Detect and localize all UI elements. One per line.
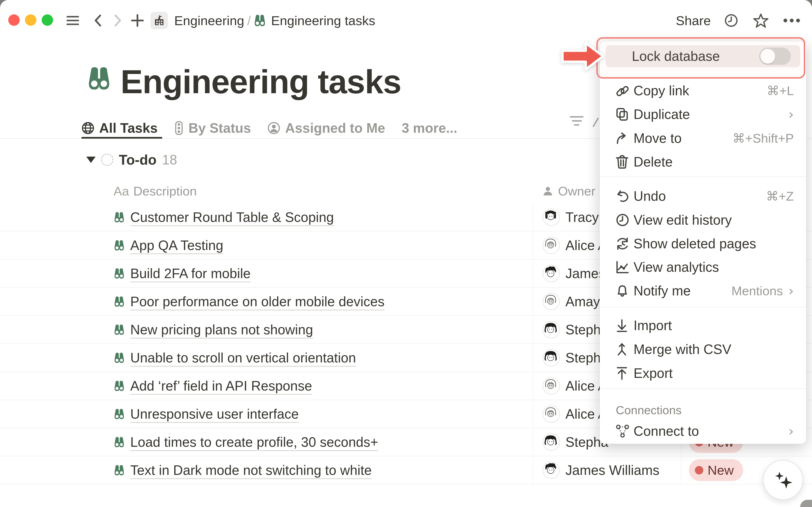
avatar <box>543 434 560 451</box>
todo-status-icon <box>101 154 113 166</box>
share-button[interactable]: Share <box>676 13 711 28</box>
merge-icon <box>616 343 628 356</box>
duplicate-icon <box>616 108 629 121</box>
favorite-star-icon[interactable] <box>753 13 769 28</box>
analytics-icon <box>616 260 629 274</box>
shortcut: ⌘+Z <box>766 189 794 204</box>
menu-item-undo[interactable]: Undo ⌘+Z <box>600 184 806 208</box>
avatar <box>543 405 560 423</box>
person-icon <box>542 185 554 197</box>
hamburger-menu-icon[interactable] <box>66 13 79 28</box>
menu-item-connect-to[interactable]: Connect to › <box>600 419 806 443</box>
menu-divider <box>600 307 806 307</box>
task-title[interactable]: Add ‘ref’ field in API Response <box>130 378 312 394</box>
group-name[interactable]: To-do <box>119 152 157 168</box>
menu-item-show-deleted-pages[interactable]: Show deleted pages <box>600 232 806 256</box>
breadcrumb-page[interactable]: Engineering tasks <box>271 13 375 28</box>
page-options-menu: Lock database Copy link ⌘+L Duplicate › … <box>600 42 806 444</box>
notion-window: Engineering / Engineering tasks Share En… <box>0 0 812 507</box>
status-cell[interactable]: New <box>689 456 743 484</box>
page-title[interactable]: Engineering tasks <box>120 63 401 101</box>
status-dot-icon <box>695 466 703 474</box>
menu-item-notify-me[interactable]: Notify me Mentions› <box>600 279 806 303</box>
column-header-owner[interactable]: Owner <box>542 179 595 203</box>
menu-divider <box>600 176 806 177</box>
binoculars-icon <box>113 436 125 448</box>
binoculars-icon <box>253 13 267 28</box>
avatar <box>543 461 560 479</box>
shortcut: ⌘+Shift+P <box>733 131 794 146</box>
task-title[interactable]: Poor performance on older mobile devices <box>130 294 384 309</box>
minimize-window-button[interactable] <box>25 14 36 26</box>
menu-item-view-analytics[interactable]: View analytics <box>600 255 806 279</box>
menu-item-move-to[interactable]: Move to ⌘+Shift+P <box>600 126 806 150</box>
bell-icon <box>616 284 629 298</box>
menu-item-duplicate[interactable]: Duplicate › <box>600 103 806 126</box>
traffic-light-icon <box>174 121 184 135</box>
chevron-right-icon: › <box>788 423 794 439</box>
window-titlebar: Engineering / Engineering tasks Share <box>0 0 812 36</box>
avatar <box>543 293 560 310</box>
notify-value: Mentions <box>732 284 783 298</box>
binoculars-icon <box>113 211 125 223</box>
task-title[interactable]: New pricing plans not showing <box>130 322 313 338</box>
task-title[interactable]: Build 2FA for mobile <box>130 266 251 281</box>
workspace-icon[interactable] <box>151 12 168 29</box>
menu-item-delete[interactable]: Delete <box>600 150 806 174</box>
avatar <box>543 321 560 338</box>
breadcrumb-separator: / <box>244 13 254 28</box>
export-icon <box>616 367 628 380</box>
collapse-triangle-icon[interactable] <box>86 157 96 163</box>
owner-name[interactable]: James Williams <box>565 462 659 478</box>
menu-item-import[interactable]: Import <box>600 314 806 337</box>
tab-all-tasks[interactable]: All Tasks <box>82 120 158 136</box>
filter-icon[interactable] <box>570 115 585 127</box>
person-circle-icon <box>267 121 280 134</box>
owner-name[interactable]: James <box>565 266 605 281</box>
page-icon-binoculars[interactable] <box>86 65 113 92</box>
binoculars-icon <box>113 324 125 336</box>
task-title[interactable]: Load times to create profile, 30 seconds… <box>130 434 378 450</box>
trash-icon <box>616 155 629 169</box>
menu-item-merge-with-csv[interactable]: Merge with CSV <box>600 338 806 361</box>
tab-more-views[interactable]: 3 more... <box>401 120 457 136</box>
forward-icon[interactable] <box>112 13 123 28</box>
globe-icon <box>82 121 95 134</box>
clock-history-icon[interactable] <box>724 13 739 28</box>
avatar <box>543 265 560 282</box>
group-count: 18 <box>162 152 177 168</box>
tab-by-status[interactable]: By Status <box>174 120 251 136</box>
task-title[interactable]: Text in Dark mode not switching to white <box>130 462 372 478</box>
zoom-window-button[interactable] <box>42 14 53 26</box>
breadcrumb-workspace[interactable]: Engineering <box>174 13 244 28</box>
annotation-highlight-box <box>596 37 805 78</box>
binoculars-icon <box>113 380 125 392</box>
menu-item-export[interactable]: Export <box>600 361 806 385</box>
sort-icon[interactable] <box>592 117 599 127</box>
avatar <box>543 237 560 254</box>
column-header-description[interactable]: Aa Description <box>114 179 197 203</box>
task-title[interactable]: Unresponsive user interface <box>130 406 299 422</box>
annotation-arrow-icon <box>561 39 605 74</box>
status-badge: New <box>689 459 743 481</box>
tab-assigned-to-me[interactable]: Assigned to Me <box>267 120 385 136</box>
back-icon[interactable] <box>92 13 104 28</box>
new-tab-icon[interactable] <box>131 13 144 28</box>
binoculars-icon <box>113 408 125 420</box>
menu-item-copy-link[interactable]: Copy link ⌘+L <box>600 79 806 103</box>
breadcrumb: Engineering / <box>174 13 254 28</box>
more-options-icon[interactable] <box>783 13 801 28</box>
avatar <box>543 377 560 395</box>
close-window-button[interactable] <box>8 14 20 26</box>
task-title[interactable]: App QA Testing <box>130 237 223 253</box>
text-icon: Aa <box>114 184 129 199</box>
binoculars-icon <box>113 295 125 308</box>
chevron-right-icon: › <box>788 283 794 299</box>
table-row[interactable]: Text in Dark mode not switching to white… <box>0 456 812 485</box>
ai-sparkle-button[interactable] <box>763 460 803 500</box>
task-title[interactable]: Customer Round Table & Scoping <box>130 210 334 225</box>
undo-icon <box>616 189 629 203</box>
avatar <box>543 209 560 226</box>
task-title[interactable]: Unable to scroll on vertical orientation <box>130 350 356 365</box>
menu-item-view-edit-history[interactable]: View edit history <box>600 208 806 232</box>
